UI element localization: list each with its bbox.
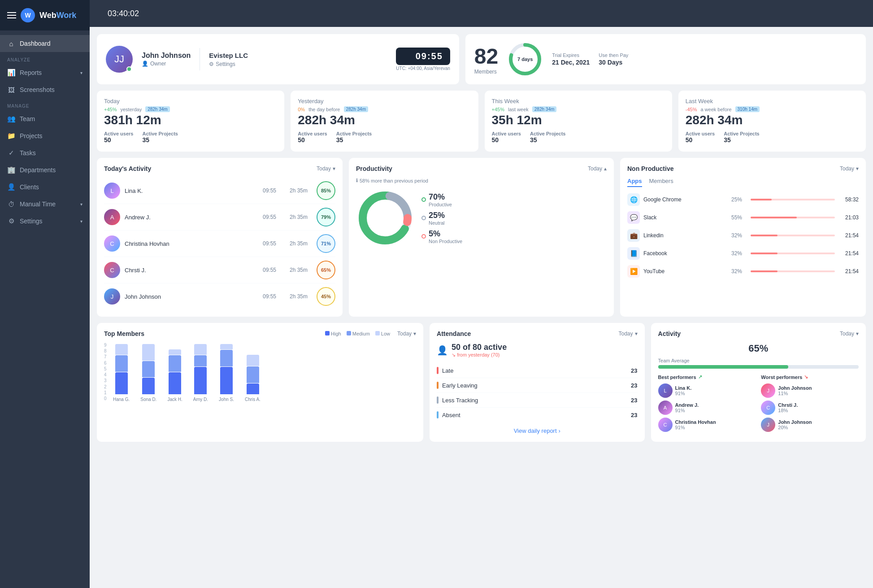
stat-change: +45% yesterday 282h 34m	[104, 106, 277, 112]
bar-segment	[220, 344, 233, 349]
chevron-down-icon: ▾	[333, 166, 335, 172]
sidebar-item-departments[interactable]: 🏢 Departments	[0, 161, 90, 179]
activity-summary-period[interactable]: Today ▾	[840, 331, 859, 337]
bar-stack	[220, 344, 233, 394]
active-users-stat: Active users 50	[298, 131, 327, 144]
sidebar-item-screenshots-label: Screenshots	[20, 86, 55, 93]
sidebar-item-clients[interactable]: 👤 Clients	[0, 179, 90, 196]
prod-legend-text: 25% Neutral	[429, 211, 445, 226]
non-prod-period[interactable]: Today ▾	[840, 166, 859, 172]
att-label: Early Leaving	[437, 382, 478, 389]
np-bar-bg	[751, 235, 835, 236]
att-label: Absent	[437, 411, 460, 418]
performer-name: Andrew J.	[675, 402, 699, 408]
activity-name: John Johnson	[125, 293, 258, 300]
team-avg-label: Team Average	[658, 358, 859, 363]
np-bar-fill	[751, 253, 777, 254]
prod-dot	[421, 197, 426, 202]
sidebar-item-dashboard[interactable]: ⌂ Dashboard	[0, 35, 90, 52]
np-app-name: Slack	[643, 214, 728, 221]
att-label: Less Tracking	[437, 396, 478, 404]
worst-performer-item: J John Johnson 20%	[761, 418, 859, 432]
attendance-period[interactable]: Today ▾	[619, 331, 638, 337]
prod-dot	[421, 234, 426, 239]
np-app-icon: 🌐	[627, 193, 640, 206]
bar-segment	[247, 355, 259, 366]
bar-member-label: Sona D.	[140, 397, 156, 402]
bar-group: Sona D.	[140, 344, 156, 402]
productivity-period[interactable]: Today ▴	[588, 166, 607, 172]
stat-card-today: Today +45% yesterday 282h 34m 381h 12m A…	[97, 91, 284, 152]
bar-stack	[247, 355, 259, 394]
attendance-from-yesterday: ↘ from yesterday (70)	[452, 352, 507, 358]
activity-card-header: Today's Activity Today ▾	[104, 165, 335, 172]
best-performer-item: C Christina Hovhan 91%	[658, 418, 756, 432]
tab-members[interactable]: Members	[649, 178, 673, 187]
non-prod-header: Non Productive Today ▾	[627, 165, 859, 172]
performer-name: Christina Hovhan	[675, 419, 716, 425]
stat-period: Last Week	[686, 98, 859, 105]
np-app-time: 21:54	[838, 268, 859, 274]
user-name: John Johnson	[142, 52, 191, 60]
bar-segment	[142, 344, 155, 361]
non-prod-list-item: 🌐 Google Chrome 25% 58:32	[627, 191, 859, 209]
attendance-header: Attendance Today ▾	[437, 330, 637, 337]
time-info: 09:55 UTC: +04:00, Asia/Yerevan	[396, 48, 450, 71]
sidebar-item-screenshots[interactable]: 🖼 Screenshots	[0, 81, 90, 98]
trend-down-icon: ↘	[804, 374, 808, 380]
manual-time-icon: ⏱	[7, 200, 15, 208]
attendance-list-item: Absent 23	[437, 408, 637, 422]
hamburger-menu[interactable]	[7, 12, 16, 18]
online-indicator	[126, 66, 132, 72]
performer-avatar: A	[658, 401, 673, 415]
settings-chevron-icon: ▾	[80, 219, 83, 224]
sidebar-item-settings[interactable]: ⚙ Settings ▾	[0, 213, 90, 230]
sidebar-item-projects[interactable]: 📁 Projects	[0, 127, 90, 144]
sidebar-item-settings-label: Settings	[20, 218, 43, 225]
user-info: John Johnson 👤 Owner	[142, 52, 191, 67]
mini-chart	[574, 131, 601, 144]
top-info-row: JJ John Johnson 👤 Owner Evistep LLC ⚙ Se…	[97, 34, 866, 84]
members-label: Members	[474, 69, 498, 75]
stat-meta: Active users 50 Active Projects 35	[104, 131, 277, 144]
np-app-time: 21:54	[838, 250, 859, 257]
stat-hours: 35h 12m	[492, 113, 665, 127]
sidebar-item-reports[interactable]: 📊 Reports ▾	[0, 64, 90, 81]
activity-duration: 2h 35m	[290, 187, 312, 194]
activity-period-select[interactable]: Today ▾	[317, 166, 335, 172]
top-members-period[interactable]: Today ▾	[397, 331, 416, 337]
np-app-icon: 📘	[627, 247, 640, 260]
productivity-title: Productivity	[356, 165, 392, 172]
best-performer-item: A Andrew J. 91%	[658, 401, 756, 415]
attendance-list: Late 23 Early Leaving 23 Less Tracking 2…	[437, 363, 637, 422]
activity-list-item: C Christina Hovhan 09:55 2h 35m 71%	[104, 231, 335, 257]
sidebar-item-tasks[interactable]: ✓ Tasks	[0, 144, 90, 161]
topbar: 03:40:02	[90, 0, 873, 27]
company-settings[interactable]: ⚙ Settings	[209, 61, 248, 67]
chevron-down-icon: ▾	[413, 331, 416, 337]
stat-card-last-week: Last Week -45% a week before 310h 14m 28…	[678, 91, 866, 152]
stat-meta: Active users 50 Active Projects 35	[298, 131, 471, 144]
activity-name: Christina Hovhan	[125, 240, 258, 247]
active-projects-stat: Active Projects 35	[142, 131, 178, 144]
todays-activity-card: Today's Activity Today ▾ L Lina K. 09:55…	[97, 158, 343, 317]
stat-period: This Week	[492, 98, 665, 105]
productivity-donut: 70% Productive 25% Neutral 5% Non Produc…	[356, 189, 607, 247]
performer-info: Chrsti J. 18%	[778, 402, 798, 413]
prod-pct: 70%	[429, 192, 452, 202]
performer-avatar: J	[761, 383, 775, 398]
view-daily-report-button[interactable]: View daily report ›	[437, 427, 637, 434]
main-content: 03:40:02 JJ John Johnson 👤 Owner	[90, 0, 873, 588]
prod-legend-item: 70% Productive	[421, 192, 462, 207]
bar-segment	[194, 355, 207, 366]
sidebar-item-team[interactable]: 👥 Team	[0, 110, 90, 127]
worst-performer-item: J John Johnson 11%	[761, 383, 859, 398]
tab-apps[interactable]: Apps	[627, 178, 642, 187]
active-users-stat: Active users 50	[686, 131, 715, 144]
sidebar-item-manual-time[interactable]: ⏱ Manual Time ▾	[0, 196, 90, 213]
departments-icon: 🏢	[7, 166, 15, 174]
productivity-legend: 70% Productive 25% Neutral 5% Non Produc…	[421, 192, 462, 244]
performer-avatar: L	[658, 383, 673, 398]
trial-info: Trial Expires 21 Dec, 2021 Use then Pay …	[552, 52, 628, 66]
np-app-name: Facebook	[643, 250, 728, 257]
